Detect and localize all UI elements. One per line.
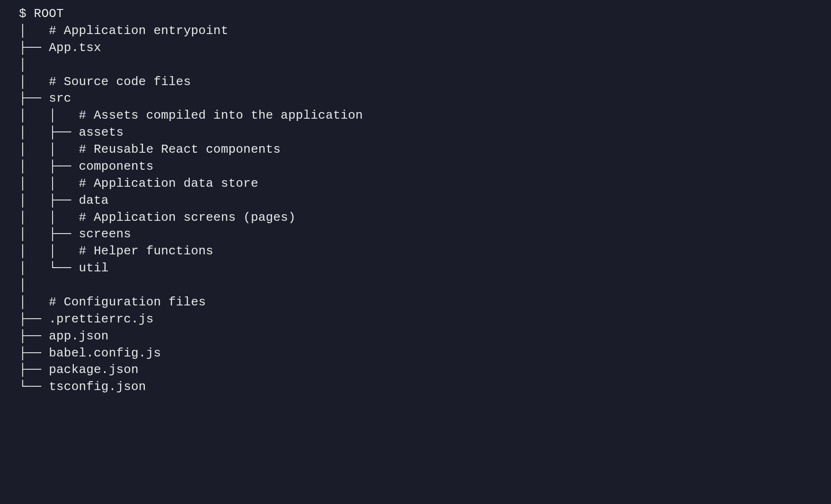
tree-line: │ │ # Reusable React components [19, 142, 281, 156]
tree-dir: components [79, 159, 153, 174]
tree-comment: # Helper functions [79, 244, 213, 258]
tree-comment: # Source code files [49, 75, 191, 89]
tree-line: │ │ # Application data store [19, 176, 258, 191]
tree-branch-prefix: ├── [19, 41, 49, 55]
tree-line: │ ├── screens [19, 227, 131, 241]
tree-line: │ # Configuration files [19, 295, 206, 309]
tree-branch-prefix: │ [19, 75, 49, 89]
tree-branch-prefix: │ │ [19, 176, 79, 191]
tree-file: app.json [49, 329, 108, 343]
tree-dir: src [49, 91, 71, 105]
tree-line: └── tsconfig.json [19, 380, 146, 394]
tree-line: │ ├── data [19, 193, 109, 208]
tree-file: .prettierrc.js [49, 312, 153, 326]
tree-branch-prefix: │ [19, 295, 49, 309]
tree-branch-prefix: ├── [19, 329, 49, 343]
tree-branch-prefix: │ ├── [19, 227, 79, 241]
tree-line: │ [19, 278, 27, 292]
tree-branch-prefix: │ │ [19, 210, 79, 225]
tree-file: babel.config.js [49, 346, 161, 360]
tree-line: │ │ # Application screens (pages) [19, 210, 296, 225]
tree-dir: data [79, 193, 108, 208]
tree-line: ├── app.json [19, 329, 109, 343]
tree-branch-prefix: │ │ [19, 142, 79, 156]
tree-line: │ │ # Helper functions [19, 244, 213, 258]
tree-line: │ [19, 58, 27, 72]
tree-comment: # Reusable React components [79, 142, 281, 156]
tree-line: ├── package.json [19, 363, 139, 377]
tree-dir: screens [79, 227, 131, 241]
tree-line: │ ├── assets [19, 125, 124, 139]
prompt-line: $ ROOT [19, 7, 64, 21]
tree-file: package.json [49, 363, 139, 377]
tree-line: ├── src [19, 91, 71, 105]
tree-branch-prefix: │ ├── [19, 159, 79, 174]
tree-line: ├── App.tsx [19, 41, 101, 55]
tree-branch-prefix: ├── [19, 346, 49, 360]
tree-line: ├── babel.config.js [19, 346, 161, 360]
tree-line: │ # Application entrypoint [19, 24, 228, 38]
tree-comment: # Application data store [79, 176, 258, 191]
tree-branch-prefix: │ [19, 24, 49, 38]
tree-branch-prefix: └── [19, 380, 49, 394]
tree-file: App.tsx [49, 41, 101, 55]
tree-line: ├── .prettierrc.js [19, 312, 153, 326]
tree-line: │ └── util [19, 261, 109, 275]
tree-dir: util [79, 261, 108, 275]
tree-dir: assets [79, 125, 124, 139]
tree-line: │ │ # Assets compiled into the applicati… [19, 108, 363, 122]
tree-branch-prefix: │ ├── [19, 193, 79, 208]
tree-branch-prefix: │ [19, 278, 27, 292]
tree-file: tsconfig.json [49, 380, 146, 394]
tree-branch-prefix: │ └── [19, 261, 79, 275]
tree-comment: # Application entrypoint [49, 24, 228, 38]
tree-branch-prefix: │ [19, 58, 27, 72]
tree-branch-prefix: ├── [19, 91, 49, 105]
tree-line: │ ├── components [19, 159, 153, 174]
tree-branch-prefix: ├── [19, 363, 49, 377]
tree-comment: # Configuration files [49, 295, 206, 309]
tree-comment: # Assets compiled into the application [79, 108, 363, 122]
tree-branch-prefix: │ ├── [19, 125, 79, 139]
tree-branch-prefix: │ │ [19, 108, 79, 122]
tree-line: │ # Source code files [19, 75, 191, 89]
tree-branch-prefix: │ │ [19, 244, 79, 258]
tree-comment: # Application screens (pages) [79, 210, 295, 225]
directory-tree: $ ROOT │ # Application entrypoint ├── Ap… [19, 6, 831, 396]
tree-branch-prefix: ├── [19, 312, 49, 326]
